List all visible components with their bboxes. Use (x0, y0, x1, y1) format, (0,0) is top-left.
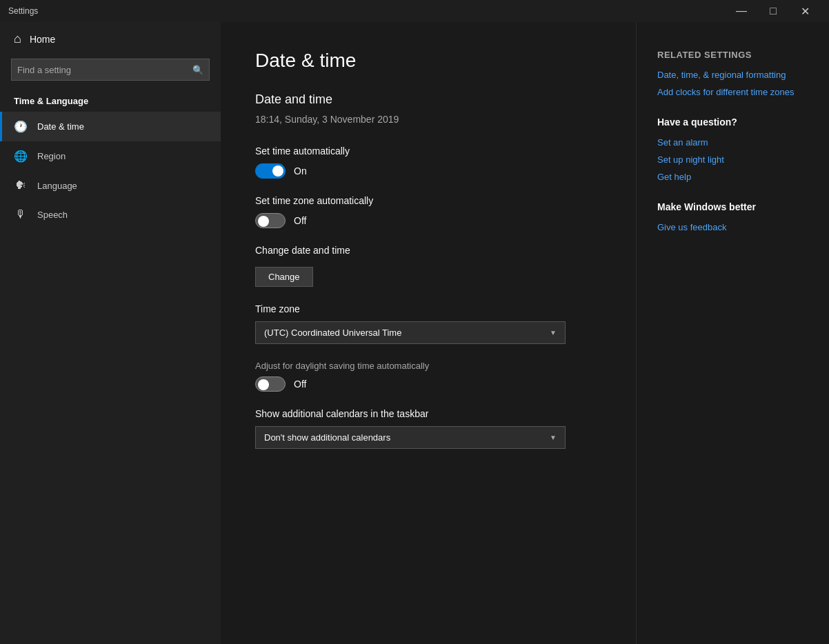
maximize-button[interactable]: □ (757, 0, 789, 22)
related-link-night-light[interactable]: Set up night light (657, 154, 808, 165)
related-link-give-feedback[interactable]: Give us feedback (657, 222, 808, 232)
sidebar-item-speech[interactable]: 🎙 Speech (0, 200, 221, 229)
minimize-button[interactable]: — (726, 0, 757, 22)
daylight-saving-thumb (258, 379, 269, 390)
calendars-dropdown[interactable]: Don't show additional calendars ▼ (255, 426, 566, 449)
sidebar-item-speech-label: Speech (37, 210, 68, 220)
region-icon: 🌐 (14, 150, 28, 163)
sidebar-item-region-label: Region (37, 151, 66, 161)
set-time-auto-toggle[interactable] (255, 163, 286, 179)
sidebar-item-date-time[interactable]: 🕐 Date & time (0, 112, 221, 141)
date-time-icon: 🕐 (14, 120, 28, 133)
home-icon: ⌂ (14, 32, 21, 46)
set-time-auto-row: Set time automatically On (255, 145, 601, 179)
search-box[interactable]: 🔍 (11, 59, 210, 81)
set-timezone-auto-thumb (258, 216, 269, 227)
related-link-add-clocks[interactable]: Add clocks for different time zones (657, 87, 808, 97)
calendars-label: Show additional calendars in the taskbar (255, 408, 601, 419)
set-time-auto-toggle-row: On (255, 163, 601, 179)
page-title: Date & time (255, 50, 601, 72)
daylight-saving-label: Adjust for daylight saving time automati… (255, 361, 601, 371)
sidebar-item-language[interactable]: 🗣 Language (0, 171, 221, 200)
set-time-auto-state: On (294, 165, 307, 177)
daylight-saving-toggle[interactable] (255, 376, 286, 392)
timezone-row: Time zone (UTC) Coordinated Universal Ti… (255, 303, 601, 344)
sidebar-item-date-time-label: Date & time (37, 121, 84, 132)
search-input[interactable] (17, 65, 192, 75)
daylight-saving-track (255, 376, 286, 392)
make-windows-better-section: Make Windows better Give us feedback (657, 201, 808, 232)
related-settings-title: Related settings (657, 50, 808, 60)
sidebar-home-label: Home (30, 34, 55, 45)
current-datetime: 18:14, Sunday, 3 November 2019 (255, 114, 601, 125)
calendars-value: Don't show additional calendars (264, 432, 390, 443)
set-time-auto-label: Set time automatically (255, 145, 601, 157)
related-link-set-alarm[interactable]: Set an alarm (657, 137, 808, 148)
timezone-dropdown-arrow: ▼ (550, 329, 557, 336)
section-title: Date and time (255, 92, 601, 107)
change-date-time-row: Change date and time Change (255, 245, 601, 287)
set-timezone-auto-track (255, 213, 286, 228)
speech-icon: 🎙 (14, 208, 28, 221)
app-body: ⌂ Home 🔍 Time & Language 🕐 Date & time 🌐… (0, 22, 829, 644)
sidebar: ⌂ Home 🔍 Time & Language 🕐 Date & time 🌐… (0, 22, 221, 644)
set-timezone-auto-toggle-row: Off (255, 213, 601, 228)
sidebar-item-language-label: Language (37, 181, 77, 191)
timezone-dropdown[interactable]: (UTC) Coordinated Universal Time ▼ (255, 321, 566, 344)
related-link-get-help[interactable]: Get help (657, 172, 808, 182)
set-timezone-auto-toggle[interactable] (255, 213, 286, 228)
have-question-section: Have a question? Set an alarm Set up nig… (657, 117, 808, 182)
make-windows-better-title: Make Windows better (657, 201, 808, 212)
calendars-dropdown-arrow: ▼ (550, 434, 557, 441)
set-time-auto-thumb (272, 165, 283, 177)
set-timezone-auto-row: Set time zone automatically Off (255, 195, 601, 228)
daylight-saving-toggle-row: Off (255, 376, 601, 392)
main-content: Date & time Date and time 18:14, Sunday,… (221, 22, 636, 644)
sidebar-home[interactable]: ⌂ Home (0, 22, 221, 56)
right-panel: Related settings Date, time, & regional … (636, 22, 829, 644)
close-button[interactable]: ✕ (789, 0, 821, 22)
window-controls: — □ ✕ (726, 0, 821, 22)
daylight-saving-row: Adjust for daylight saving time automati… (255, 361, 601, 392)
have-question-title: Have a question? (657, 117, 808, 128)
change-button[interactable]: Change (255, 267, 313, 287)
daylight-saving-state: Off (294, 379, 306, 390)
related-link-date-regional[interactable]: Date, time, & regional formatting (657, 70, 808, 80)
change-date-time-label: Change date and time (255, 245, 601, 256)
timezone-value: (UTC) Coordinated Universal Time (264, 328, 401, 338)
set-timezone-auto-state: Off (294, 215, 306, 226)
app-title: Settings (8, 6, 38, 16)
timezone-label: Time zone (255, 303, 601, 314)
language-icon: 🗣 (14, 179, 28, 192)
title-bar: Settings — □ ✕ (0, 0, 829, 22)
sidebar-item-region[interactable]: 🌐 Region (0, 141, 221, 171)
search-icon: 🔍 (192, 65, 203, 75)
calendars-row: Show additional calendars in the taskbar… (255, 408, 601, 449)
set-timezone-auto-label: Set time zone automatically (255, 195, 601, 206)
set-time-auto-track (255, 163, 286, 179)
sidebar-section-title: Time & Language (0, 89, 221, 112)
